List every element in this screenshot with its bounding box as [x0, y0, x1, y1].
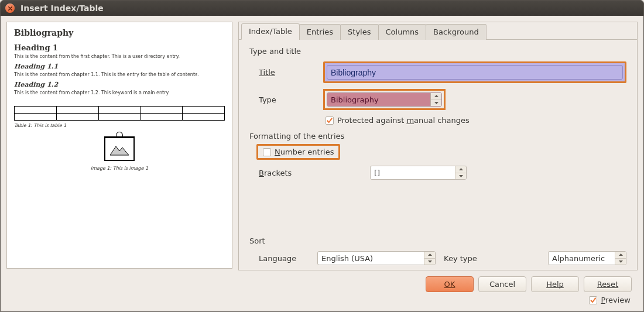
protected-checkbox[interactable]: [326, 116, 334, 125]
spinner-icon[interactable]: [424, 252, 435, 265]
preview-body: This is the content from chapter 1.2. Th…: [14, 90, 225, 95]
type-value: Bibliography: [327, 93, 430, 106]
preview-body: This is the content from the first chapt…: [14, 54, 225, 59]
spinner-icon[interactable]: [615, 252, 626, 265]
keytype-combobox[interactable]: Alphanumeric: [548, 251, 626, 265]
section-type-title: Type and title: [249, 47, 626, 56]
tab-background[interactable]: Background: [426, 24, 487, 40]
help-button[interactable]: Help: [531, 276, 579, 292]
preview-label: Preview: [601, 296, 631, 304]
number-entries-checkbox[interactable]: [263, 148, 271, 156]
preview-pane: Bibliography Heading 1 This is the conte…: [6, 22, 232, 269]
protected-label: Protected against manual changes: [337, 116, 470, 125]
preview-h11: Heading 1.1: [14, 63, 225, 70]
cancel-button[interactable]: Cancel: [478, 276, 526, 292]
title-input[interactable]: [327, 65, 623, 80]
number-entries-label: Number entries: [275, 148, 334, 156]
tab-index-table[interactable]: Index/Table: [241, 23, 300, 40]
close-icon[interactable]: [5, 4, 15, 13]
keytype-label: Key type: [444, 254, 477, 263]
brackets-label: Brackets: [259, 169, 370, 177]
tab-entries[interactable]: Entries: [299, 24, 341, 40]
preview-h1: Heading 1: [14, 43, 225, 52]
spinner-icon[interactable]: [455, 166, 466, 179]
preview-image-icon: [104, 136, 135, 161]
brackets-combobox[interactable]: []: [370, 166, 467, 180]
preview-checkbox[interactable]: [589, 296, 597, 304]
reset-button[interactable]: Reset: [584, 276, 632, 292]
preview-table: [14, 106, 225, 121]
preview-h12: Heading 1.2: [14, 81, 225, 88]
spinner-icon[interactable]: [430, 93, 441, 106]
tab-styles[interactable]: Styles: [340, 24, 378, 40]
tab-columns[interactable]: Columns: [378, 24, 427, 40]
type-combobox[interactable]: Bibliography: [327, 92, 442, 107]
preview-image-caption: Image 1: This is image 1: [14, 166, 225, 171]
brackets-value: []: [371, 166, 455, 179]
keytype-value: Alphanumeric: [549, 252, 615, 265]
type-label: Type: [259, 95, 323, 104]
language-combobox[interactable]: English (USA): [317, 251, 436, 265]
title-label: Title: [259, 68, 323, 77]
ok-button[interactable]: OK: [426, 276, 474, 292]
language-label: Language: [259, 254, 317, 263]
preview-body: This is the content from chapter 1.1. Th…: [14, 72, 225, 77]
language-value: English (USA): [318, 252, 424, 265]
window-title: Insert Index/Table: [20, 4, 104, 13]
preview-bib: Bibliography: [14, 28, 225, 37]
preview-table-caption: Table 1: This is table 1: [14, 123, 225, 128]
section-formatting: Formatting of the entries: [249, 132, 626, 140]
section-sort: Sort: [249, 236, 626, 245]
